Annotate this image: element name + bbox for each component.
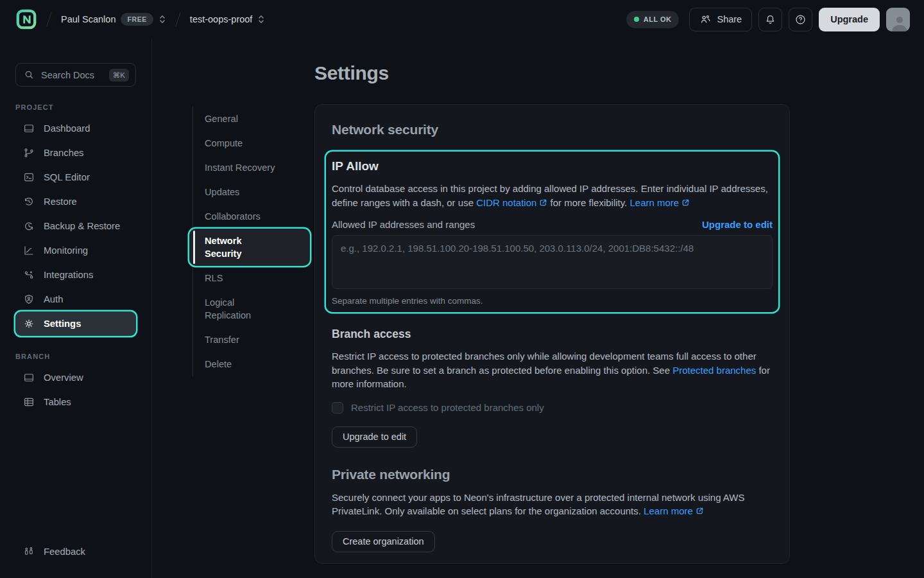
neon-logo[interactable]: [15, 8, 37, 30]
upgrade-button[interactable]: Upgrade: [819, 8, 880, 31]
sidebar-item-dashboard[interactable]: Dashboard: [15, 116, 136, 141]
sidebar-item-backup-restore[interactable]: Backup & Restore: [15, 214, 136, 238]
sidebar-item-auth[interactable]: Auth: [15, 287, 136, 311]
avatar[interactable]: [886, 8, 910, 31]
page-title: Settings: [314, 62, 389, 84]
branch-upgrade-to-edit-button[interactable]: Upgrade to edit: [332, 426, 417, 448]
private-networking-heading: Private networking: [332, 467, 773, 482]
search-icon: [24, 69, 35, 80]
restrict-ip-checkbox[interactable]: [332, 402, 343, 414]
settings-nav-network-security[interactable]: Network Security: [189, 229, 310, 266]
feedback-people-icon: [23, 546, 35, 557]
share-button[interactable]: Share: [689, 8, 752, 31]
settings-nav-logical-replication[interactable]: Logical Replication: [193, 290, 314, 328]
project-nav: Dashboard Branches SQL Editor Restore Ba…: [15, 116, 136, 336]
learn-more-link[interactable]: Learn more: [629, 197, 690, 208]
help-button[interactable]: [789, 8, 812, 31]
sidebar-item-monitoring[interactable]: Monitoring: [15, 238, 136, 263]
search-docs-input[interactable]: Search Docs ⌘K: [15, 63, 136, 87]
settings-nav: General Compute Instant Recovery Updates…: [193, 107, 314, 376]
integrations-icon: [23, 269, 35, 281]
settings-nav-general[interactable]: General: [193, 107, 314, 131]
chevron-updown-icon: [158, 13, 166, 25]
branches-icon: [23, 147, 35, 159]
ip-field-hint: Separate multiple entries with commas.: [332, 296, 773, 306]
network-security-heading: Network security: [332, 122, 773, 137]
restore-icon: [23, 196, 35, 207]
protected-branches-link[interactable]: Protected branches: [672, 365, 756, 376]
upgrade-to-edit-link[interactable]: Upgrade to edit: [702, 219, 773, 230]
sidebar-item-branches[interactable]: Branches: [15, 141, 136, 165]
org-name: Paul Scanlon: [61, 14, 116, 24]
project-name: test-oops-proof: [190, 14, 253, 24]
sidebar-item-settings[interactable]: Settings: [15, 311, 136, 336]
branch-nav: Overview Tables: [15, 365, 136, 414]
settings-nav-instant-recovery[interactable]: Instant Recovery: [193, 155, 314, 180]
neon-console: Paul Scanlon FREE test-oops-proof ALL OK…: [0, 0, 924, 578]
tables-icon: [23, 396, 35, 408]
overview-icon: [23, 372, 35, 383]
status-label: ALL OK: [644, 15, 672, 23]
plan-badge: FREE: [121, 13, 153, 26]
network-security-card: Network security IP Allow Control databa…: [314, 104, 790, 564]
ip-addresses-textarea[interactable]: [332, 235, 773, 289]
private-learn-more-link[interactable]: Learn more: [644, 505, 704, 516]
settings-gear-icon: [23, 318, 35, 329]
sidebar-item-integrations[interactable]: Integrations: [15, 263, 136, 287]
create-organization-button[interactable]: Create organization: [332, 531, 435, 552]
project-section-label: PROJECT: [15, 103, 136, 111]
auth-icon: [23, 293, 35, 305]
settings-nav-collaborators[interactable]: Collaborators: [193, 204, 314, 229]
project-selector[interactable]: test-oops-proof: [190, 13, 266, 25]
org-selector[interactable]: Paul Scanlon FREE: [61, 13, 166, 26]
external-link-icon: [681, 198, 690, 207]
chevron-updown-icon: [257, 13, 265, 25]
top-header: Paul Scanlon FREE test-oops-proof ALL OK…: [0, 0, 924, 39]
people-icon: [699, 13, 712, 26]
sidebar-item-overview[interactable]: Overview: [15, 365, 136, 390]
notifications-button[interactable]: [758, 8, 782, 31]
sidebar-item-tables[interactable]: Tables: [15, 390, 136, 414]
cidr-notation-link[interactable]: CIDR notation: [476, 197, 547, 208]
ip-field-label: Allowed IP addresses and ranges: [332, 219, 475, 230]
person-icon: [889, 15, 908, 31]
feedback-button[interactable]: Feedback: [15, 539, 137, 564]
ip-allow-section: IP Allow Control database access in this…: [326, 152, 778, 312]
external-link-icon: [539, 198, 547, 207]
settings-nav-compute[interactable]: Compute: [193, 131, 314, 155]
restrict-ip-checkbox-row: Restrict IP access to protected branches…: [332, 402, 773, 414]
private-networking-description: Securely connect your apps to Neon's inf…: [332, 491, 773, 518]
status-badge[interactable]: ALL OK: [626, 11, 680, 28]
sidebar-item-restore[interactable]: Restore: [15, 189, 136, 214]
monitoring-icon: [23, 245, 35, 256]
restrict-ip-checkbox-label: Restrict IP access to protected branches…: [351, 402, 544, 413]
status-ok-dot: [634, 17, 639, 22]
sidebar-item-sql-editor[interactable]: SQL Editor: [15, 165, 136, 189]
branch-access-heading: Branch access: [332, 328, 773, 341]
help-icon: [794, 13, 807, 26]
external-link-icon: [696, 507, 704, 515]
share-label: Share: [717, 14, 742, 24]
search-placeholder: Search Docs: [41, 70, 103, 80]
breadcrumb-separator: [46, 12, 51, 26]
breadcrumb-separator: [175, 12, 180, 26]
backup-restore-icon: [23, 220, 35, 232]
ip-allow-description: Control database access in this project …: [332, 182, 773, 209]
sidebar: Search Docs ⌘K PROJECT Dashboard Branche…: [0, 39, 152, 578]
branch-access-description: Restrict IP access to protected branches…: [332, 349, 773, 391]
settings-nav-updates[interactable]: Updates: [193, 180, 314, 204]
search-shortcut: ⌘K: [109, 69, 129, 82]
bell-icon: [764, 13, 776, 26]
settings-nav-rls[interactable]: RLS: [193, 266, 314, 290]
branch-section-label: BRANCH: [15, 353, 136, 360]
ip-allow-heading: IP Allow: [332, 159, 773, 173]
settings-nav-transfer[interactable]: Transfer: [193, 328, 314, 352]
sql-editor-icon: [23, 171, 35, 183]
settings-nav-delete[interactable]: Delete: [193, 352, 314, 376]
dashboard-icon: [23, 123, 35, 134]
